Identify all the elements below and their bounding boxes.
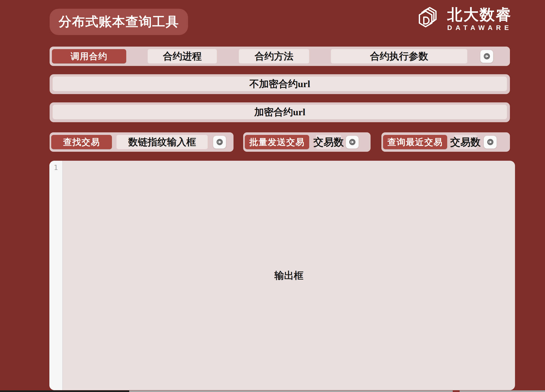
page-title-text: 分布式账本查询工具 — [59, 13, 179, 31]
logo-text: 北大数睿 DATAWARE — [447, 6, 512, 32]
page-title: 分布式账本查询工具 — [50, 9, 188, 35]
taskbar-strip — [0, 390, 545, 392]
logo-icon — [416, 6, 442, 32]
play-icon — [486, 138, 494, 146]
taskbar-strip-red-segment — [453, 390, 460, 392]
recent-count-input[interactable]: 交易数 — [454, 135, 477, 149]
brand-logo: 北大数睿 DATAWARE — [416, 6, 512, 32]
brand-name: 北大数睿 — [447, 6, 512, 23]
plain-url-field[interactable]: 不加密合约url — [53, 77, 507, 91]
encrypted-url-field[interactable]: 加密合约url — [53, 105, 507, 119]
brand-subtitle: DATAWARE — [447, 24, 512, 32]
play-icon — [483, 52, 491, 60]
contract-process-field[interactable]: 合约进程 — [148, 49, 217, 63]
plain-url-bar: 不加密合约url — [50, 74, 510, 94]
recent-transaction-group: 查询最近交易 交易数 — [381, 132, 510, 152]
transaction-bar: 查找交易 数链指纹输入框 批量发送交易 交易数 查询最近交易 交易数 — [50, 132, 510, 152]
output-textbox[interactable]: 输出框 — [63, 161, 515, 390]
encrypted-url-bar: 加密合约url — [50, 102, 510, 122]
output-panel: 1 输出框 — [49, 161, 515, 390]
taskbar-strip-dark-segment — [0, 390, 129, 392]
run-batch-button[interactable] — [346, 135, 359, 149]
contract-method-field[interactable]: 合约方法 — [239, 49, 309, 63]
line-number-gutter: 1 — [49, 161, 63, 390]
play-icon — [348, 138, 356, 146]
find-transaction-button[interactable]: 查找交易 — [51, 135, 112, 149]
invoke-contract-button[interactable]: 调用合约 — [52, 49, 126, 63]
batch-count-input[interactable]: 交易数 — [316, 135, 341, 149]
batch-send-group: 批量发送交易 交易数 — [243, 132, 371, 152]
run-find-button[interactable] — [213, 135, 226, 149]
line-number: 1 — [54, 164, 58, 172]
chain-fingerprint-input[interactable]: 数链指纹输入框 — [117, 135, 208, 149]
contract-bar: 调用合约 合约进程 合约方法 合约执行参数 — [50, 47, 510, 66]
recent-query-button[interactable]: 查询最近交易 — [383, 135, 447, 149]
play-icon — [216, 138, 223, 146]
find-transaction-group: 查找交易 数链指纹输入框 — [50, 132, 234, 152]
contract-params-field[interactable]: 合约执行参数 — [331, 49, 467, 63]
run-contract-button[interactable] — [480, 50, 493, 63]
run-recent-button[interactable] — [484, 135, 497, 149]
batch-send-button[interactable]: 批量发送交易 — [245, 135, 309, 149]
